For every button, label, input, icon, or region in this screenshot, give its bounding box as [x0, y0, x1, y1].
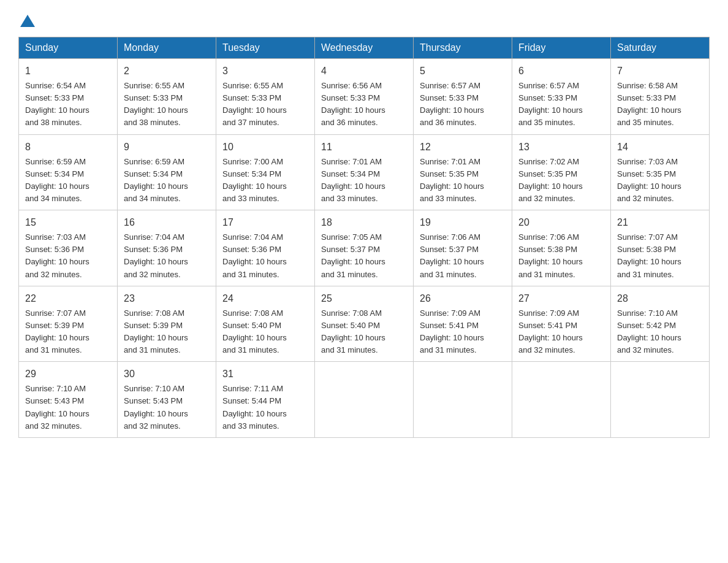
- calendar-cell: [315, 362, 414, 438]
- column-header-friday: Friday: [512, 37, 611, 59]
- day-number: 28: [617, 291, 703, 306]
- calendar-cell: 4 Sunrise: 6:56 AMSunset: 5:33 PMDayligh…: [315, 59, 414, 135]
- day-number: 13: [518, 140, 604, 155]
- calendar-cell: 17 Sunrise: 7:04 AMSunset: 5:36 PMDaylig…: [216, 210, 315, 286]
- calendar-cell: 7 Sunrise: 6:58 AMSunset: 5:33 PMDayligh…: [611, 59, 710, 135]
- column-header-saturday: Saturday: [611, 37, 710, 59]
- day-info: Sunrise: 7:09 AMSunset: 5:41 PMDaylight:…: [420, 308, 484, 354]
- day-number: 29: [25, 367, 111, 381]
- calendar-cell: 16 Sunrise: 7:04 AMSunset: 5:36 PMDaylig…: [118, 210, 216, 286]
- day-info: Sunrise: 7:10 AMSunset: 5:43 PMDaylight:…: [124, 384, 188, 430]
- calendar-cell: 1 Sunrise: 6:54 AMSunset: 5:33 PMDayligh…: [19, 59, 118, 135]
- calendar-cell: 28 Sunrise: 7:10 AMSunset: 5:42 PMDaylig…: [611, 286, 710, 362]
- day-info: Sunrise: 7:04 AMSunset: 5:36 PMDaylight:…: [124, 232, 188, 278]
- calendar-cell: 6 Sunrise: 6:57 AMSunset: 5:33 PMDayligh…: [512, 59, 611, 135]
- day-number: 18: [321, 215, 407, 230]
- calendar-cell: 25 Sunrise: 7:08 AMSunset: 5:40 PMDaylig…: [315, 286, 414, 362]
- day-info: Sunrise: 7:06 AMSunset: 5:38 PMDaylight:…: [518, 232, 583, 278]
- day-number: 9: [124, 140, 210, 155]
- calendar-cell: 2 Sunrise: 6:55 AMSunset: 5:33 PMDayligh…: [118, 59, 216, 135]
- day-info: Sunrise: 7:03 AMSunset: 5:36 PMDaylight:…: [25, 232, 89, 278]
- calendar-cell: 20 Sunrise: 7:06 AMSunset: 5:38 PMDaylig…: [512, 210, 611, 286]
- day-number: 1: [25, 64, 111, 79]
- day-number: 16: [124, 215, 210, 230]
- day-number: 25: [321, 291, 407, 306]
- column-header-tuesday: Tuesday: [216, 37, 315, 59]
- calendar-cell: 8 Sunrise: 6:59 AMSunset: 5:34 PMDayligh…: [19, 134, 118, 210]
- day-info: Sunrise: 7:03 AMSunset: 5:35 PMDaylight:…: [617, 157, 681, 203]
- calendar-cell: 5 Sunrise: 6:57 AMSunset: 5:33 PMDayligh…: [414, 59, 512, 135]
- calendar-cell: 26 Sunrise: 7:09 AMSunset: 5:41 PMDaylig…: [414, 286, 512, 362]
- day-info: Sunrise: 6:56 AMSunset: 5:33 PMDaylight:…: [321, 81, 385, 127]
- calendar-cell: [512, 362, 611, 438]
- calendar-cell: 29 Sunrise: 7:10 AMSunset: 5:43 PMDaylig…: [19, 362, 118, 438]
- calendar-cell: 18 Sunrise: 7:05 AMSunset: 5:37 PMDaylig…: [315, 210, 414, 286]
- calendar-cell: 22 Sunrise: 7:07 AMSunset: 5:39 PMDaylig…: [19, 286, 118, 362]
- day-info: Sunrise: 6:59 AMSunset: 5:34 PMDaylight:…: [124, 157, 188, 203]
- day-info: Sunrise: 7:00 AMSunset: 5:34 PMDaylight:…: [222, 157, 287, 203]
- day-info: Sunrise: 7:09 AMSunset: 5:41 PMDaylight:…: [518, 308, 583, 354]
- day-info: Sunrise: 7:10 AMSunset: 5:42 PMDaylight:…: [617, 308, 681, 354]
- day-number: 3: [222, 64, 308, 79]
- day-info: Sunrise: 7:08 AMSunset: 5:40 PMDaylight:…: [222, 308, 287, 354]
- week-row-4: 22 Sunrise: 7:07 AMSunset: 5:39 PMDaylig…: [19, 286, 710, 362]
- day-info: Sunrise: 7:04 AMSunset: 5:36 PMDaylight:…: [222, 232, 287, 278]
- day-number: 8: [25, 140, 111, 155]
- day-info: Sunrise: 7:06 AMSunset: 5:37 PMDaylight:…: [420, 232, 484, 278]
- column-header-monday: Monday: [118, 37, 216, 59]
- day-number: 26: [420, 291, 506, 306]
- day-info: Sunrise: 7:05 AMSunset: 5:37 PMDaylight:…: [321, 232, 385, 278]
- calendar-table: SundayMondayTuesdayWednesdayThursdayFrid…: [18, 37, 710, 438]
- day-info: Sunrise: 6:55 AMSunset: 5:33 PMDaylight:…: [124, 81, 188, 127]
- day-number: 27: [518, 291, 604, 306]
- calendar-cell: 9 Sunrise: 6:59 AMSunset: 5:34 PMDayligh…: [118, 134, 216, 210]
- day-number: 10: [222, 140, 308, 155]
- column-header-thursday: Thursday: [414, 37, 512, 59]
- logo-triangle-icon: [20, 15, 35, 27]
- day-number: 4: [321, 64, 407, 79]
- day-info: Sunrise: 6:55 AMSunset: 5:33 PMDaylight:…: [222, 81, 287, 127]
- day-number: 24: [222, 291, 308, 306]
- calendar-cell: 31 Sunrise: 7:11 AMSunset: 5:44 PMDaylig…: [216, 362, 315, 438]
- column-header-sunday: Sunday: [19, 37, 118, 59]
- calendar-cell: 19 Sunrise: 7:06 AMSunset: 5:37 PMDaylig…: [414, 210, 512, 286]
- day-info: Sunrise: 7:07 AMSunset: 5:38 PMDaylight:…: [617, 232, 681, 278]
- calendar-cell: 3 Sunrise: 6:55 AMSunset: 5:33 PMDayligh…: [216, 59, 315, 135]
- day-number: 17: [222, 215, 308, 230]
- calendar-cell: 27 Sunrise: 7:09 AMSunset: 5:41 PMDaylig…: [512, 286, 611, 362]
- calendar-cell: [611, 362, 710, 438]
- calendar-cell: 21 Sunrise: 7:07 AMSunset: 5:38 PMDaylig…: [611, 210, 710, 286]
- day-info: Sunrise: 6:54 AMSunset: 5:33 PMDaylight:…: [25, 81, 89, 127]
- calendar-cell: 30 Sunrise: 7:10 AMSunset: 5:43 PMDaylig…: [118, 362, 216, 438]
- day-number: 21: [617, 215, 703, 230]
- calendar-cell: 10 Sunrise: 7:00 AMSunset: 5:34 PMDaylig…: [216, 134, 315, 210]
- day-number: 2: [124, 64, 210, 79]
- day-number: 7: [617, 64, 703, 79]
- day-info: Sunrise: 7:08 AMSunset: 5:39 PMDaylight:…: [124, 308, 188, 354]
- day-info: Sunrise: 6:59 AMSunset: 5:34 PMDaylight:…: [25, 157, 89, 203]
- day-number: 30: [124, 367, 210, 381]
- day-info: Sunrise: 7:07 AMSunset: 5:39 PMDaylight:…: [25, 308, 89, 354]
- day-number: 11: [321, 140, 407, 155]
- day-info: Sunrise: 7:02 AMSunset: 5:35 PMDaylight:…: [518, 157, 583, 203]
- calendar-cell: [414, 362, 512, 438]
- day-number: 22: [25, 291, 111, 306]
- day-info: Sunrise: 6:58 AMSunset: 5:33 PMDaylight:…: [617, 81, 681, 127]
- week-row-2: 8 Sunrise: 6:59 AMSunset: 5:34 PMDayligh…: [19, 134, 710, 210]
- day-number: 15: [25, 215, 111, 230]
- day-number: 12: [420, 140, 506, 155]
- calendar-cell: 15 Sunrise: 7:03 AMSunset: 5:36 PMDaylig…: [19, 210, 118, 286]
- day-number: 31: [222, 367, 308, 381]
- week-row-5: 29 Sunrise: 7:10 AMSunset: 5:43 PMDaylig…: [19, 362, 710, 438]
- logo: [18, 12, 37, 25]
- week-row-3: 15 Sunrise: 7:03 AMSunset: 5:36 PMDaylig…: [19, 210, 710, 286]
- day-info: Sunrise: 7:08 AMSunset: 5:40 PMDaylight:…: [321, 308, 385, 354]
- calendar-cell: 12 Sunrise: 7:01 AMSunset: 5:35 PMDaylig…: [414, 134, 512, 210]
- week-row-1: 1 Sunrise: 6:54 AMSunset: 5:33 PMDayligh…: [19, 59, 710, 135]
- day-info: Sunrise: 7:11 AMSunset: 5:44 PMDaylight:…: [222, 384, 287, 430]
- day-info: Sunrise: 7:10 AMSunset: 5:43 PMDaylight:…: [25, 384, 89, 430]
- day-info: Sunrise: 7:01 AMSunset: 5:35 PMDaylight:…: [420, 157, 484, 203]
- calendar-cell: 24 Sunrise: 7:08 AMSunset: 5:40 PMDaylig…: [216, 286, 315, 362]
- calendar-cell: 14 Sunrise: 7:03 AMSunset: 5:35 PMDaylig…: [611, 134, 710, 210]
- calendar-header-row: SundayMondayTuesdayWednesdayThursdayFrid…: [19, 37, 710, 59]
